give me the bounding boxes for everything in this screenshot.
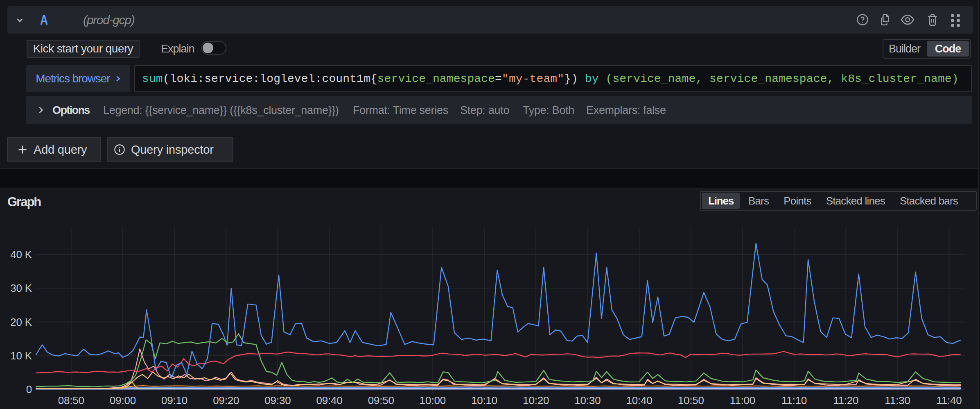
svg-text:20 K: 20 K xyxy=(10,316,32,328)
svg-text:11:20: 11:20 xyxy=(833,394,858,407)
svg-text:10:50: 10:50 xyxy=(678,394,704,407)
svg-text:11:30: 11:30 xyxy=(885,394,910,407)
svg-text:11:40: 11:40 xyxy=(936,394,962,407)
svg-text:11:00: 11:00 xyxy=(730,394,755,407)
svg-text:10:30: 10:30 xyxy=(574,394,601,407)
svg-text:08:50: 08:50 xyxy=(58,394,84,407)
svg-text:10:40: 10:40 xyxy=(626,394,653,407)
svg-text:10:20: 10:20 xyxy=(523,394,549,407)
svg-text:09:30: 09:30 xyxy=(264,394,291,407)
svg-text:11:10: 11:10 xyxy=(781,394,807,407)
svg-text:10:00: 10:00 xyxy=(420,394,446,407)
svg-text:09:20: 09:20 xyxy=(213,394,239,407)
svg-text:40 K: 40 K xyxy=(10,248,32,261)
svg-text:10:10: 10:10 xyxy=(471,394,497,407)
svg-text:09:10: 09:10 xyxy=(161,394,187,407)
svg-text:09:40: 09:40 xyxy=(316,394,343,407)
svg-text:09:50: 09:50 xyxy=(368,394,394,407)
svg-text:0: 0 xyxy=(26,383,32,395)
svg-text:30 K: 30 K xyxy=(10,282,32,294)
svg-text:10 K: 10 K xyxy=(10,350,32,362)
svg-text:09:00: 09:00 xyxy=(110,394,136,407)
